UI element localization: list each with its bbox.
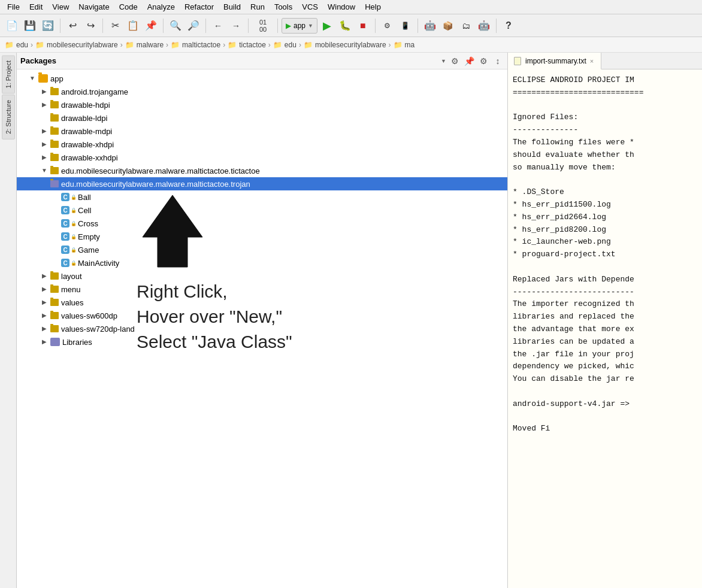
tree-settings-icon[interactable]: ⚙ — [449, 55, 461, 67]
menu-run[interactable]: Run — [246, 1, 270, 13]
android-button[interactable]: 🤖 — [422, 17, 438, 34]
bc-item-6[interactable]: edu — [285, 41, 296, 49]
breadcrumb: 📁 edu › 📁 mobilesecuritylabware › 📁 malw… — [0, 37, 702, 53]
lock-icon-cross: 🔒 — [71, 221, 77, 226]
android3-button[interactable]: 🗂 — [458, 17, 474, 34]
tab-close-import[interactable]: × — [589, 57, 595, 65]
tree-item-values-sw720[interactable]: values-sw720dp-land — [17, 322, 507, 335]
tree-item-cell[interactable]: C 🔒 Cell — [17, 204, 507, 217]
editor-content[interactable]: ECLIPSE ANDROID PROJECT IM =============… — [508, 69, 702, 588]
menu-refactor[interactable]: Refactor — [180, 1, 219, 13]
run-button[interactable]: ▶ — [319, 17, 335, 34]
bc-item-1[interactable]: edu — [16, 41, 28, 49]
tree-item-menu[interactable]: menu — [17, 283, 507, 296]
tree-label-mdpi: drawable-mdpi — [61, 127, 112, 136]
folder-icon-trojan — [50, 180, 59, 187]
menu-bar: File Edit View Navigate Code Analyze Ref… — [0, 0, 702, 14]
stop-button[interactable]: ■ — [355, 17, 371, 34]
bc-item-3[interactable]: malware — [137, 41, 164, 49]
search-button[interactable]: 🔍 — [167, 17, 184, 34]
packages-dropdown-arrow[interactable]: ▼ — [441, 58, 446, 64]
back-button[interactable]: ← — [210, 17, 226, 34]
tree-label-libraries: Libraries — [62, 338, 92, 347]
tree-item-trojangame[interactable]: android.trojangame — [17, 85, 507, 98]
redo-button[interactable]: ↪ — [82, 17, 99, 34]
tree-item-mainactivity[interactable]: C 🔒 MainActivity — [17, 256, 507, 269]
tree-item-values[interactable]: values — [17, 296, 507, 309]
menu-vcs[interactable]: VCS — [297, 1, 323, 13]
help-button[interactable]: ? — [500, 17, 517, 34]
tree-item-tictactoe-pkg[interactable]: edu.mobilesecuritylabware.malware.maltic… — [17, 164, 507, 177]
save-button[interactable]: 💾 — [22, 17, 38, 34]
tree-gear-icon[interactable]: ⚙ — [477, 55, 489, 67]
tab-label-import: import-summary.txt — [525, 57, 586, 65]
class-badge-empty: C — [61, 232, 69, 241]
menu-tools[interactable]: Tools — [270, 1, 297, 13]
cut-button[interactable]: ✂ — [107, 17, 123, 34]
avd-button[interactable]: 📱 — [397, 17, 414, 34]
tree-item-game[interactable]: C 🔒 Game — [17, 243, 507, 256]
menu-view[interactable]: View — [47, 1, 74, 13]
folder-icon-xhdpi — [50, 141, 59, 148]
copy-button[interactable]: 📋 — [125, 17, 141, 34]
bc-item-7[interactable]: mobilesecuritylabware — [315, 41, 386, 49]
menu-code[interactable]: Code — [114, 1, 143, 13]
tab-project[interactable]: 1: Project — [2, 55, 15, 93]
paste-button[interactable]: 📌 — [143, 17, 159, 34]
tree-collapse-icon[interactable]: ↕ — [492, 55, 504, 67]
tree-item-hdpi[interactable]: drawable-hdpi — [17, 98, 507, 111]
tree-item-ball[interactable]: C 🔒 Ball — [17, 190, 507, 204]
folder-icon-menu — [50, 286, 59, 293]
bc-folder-icon-1: 📁 — [5, 41, 14, 49]
new-file-button[interactable]: 📄 — [4, 17, 20, 34]
tree-item-mdpi[interactable]: drawable-mdpi — [17, 125, 507, 138]
tree-label-hdpi: drawable-hdpi — [61, 101, 110, 110]
bc-folder-icon-8: 📁 — [394, 41, 403, 49]
menu-help[interactable]: Help — [360, 1, 386, 13]
tree-item-xxhdpi[interactable]: drawable-xxhdpi — [17, 151, 507, 164]
bc-item-8[interactable]: ma — [405, 41, 415, 49]
tree-item-libraries[interactable]: Libraries — [17, 335, 507, 348]
sync-button[interactable]: 🔄 — [40, 17, 56, 34]
menu-build[interactable]: Build — [219, 1, 246, 13]
menu-edit[interactable]: Edit — [25, 1, 47, 13]
menu-analyze[interactable]: Analyze — [143, 1, 180, 13]
bc-item-5[interactable]: tictactoe — [239, 41, 266, 49]
bc-folder-icon-6: 📁 — [273, 41, 282, 49]
app-dropdown[interactable]: ▶ app ▼ — [282, 18, 317, 34]
menu-navigate[interactable]: Navigate — [74, 1, 114, 13]
tree-label-ldpi: drawable-ldpi — [61, 114, 107, 123]
right-panel: import-summary.txt × ECLIPSE ANDROID PRO… — [508, 53, 702, 588]
tree-label-game: Game — [78, 245, 99, 254]
tree-item-cross[interactable]: C 🔒 Cross — [17, 217, 507, 230]
menu-file[interactable]: File — [2, 1, 25, 13]
class-badge-cell: C — [61, 206, 69, 214]
undo-button[interactable]: ↩ — [64, 17, 81, 34]
editor-tabs: import-summary.txt × — [508, 53, 702, 69]
tree-item-app[interactable]: app — [17, 72, 507, 85]
tree-item-values-sw600[interactable]: values-sw600dp — [17, 309, 507, 322]
tree-item-empty[interactable]: C 🔒 Empty — [17, 230, 507, 243]
build-indicator[interactable]: 0100 — [252, 17, 274, 34]
debug-button[interactable]: 🐛 — [337, 17, 353, 34]
tree-item-ldpi[interactable]: drawable-ldpi — [17, 111, 507, 125]
menu-window[interactable]: Window — [323, 1, 360, 13]
bc-item-2[interactable]: mobilesecuritylabware — [47, 41, 118, 49]
android2-button[interactable]: 📦 — [440, 17, 456, 34]
tree-label-trojangame: android.trojangame — [61, 87, 128, 96]
tab-structure[interactable]: 2: Structure — [2, 95, 15, 140]
tree-pin-icon[interactable]: 📌 — [463, 55, 475, 67]
folder-icon-values — [50, 299, 59, 306]
arrow-xxhdpi — [41, 154, 48, 161]
search2-button[interactable]: 🔎 — [185, 17, 202, 34]
android4-button[interactable]: 🤖 — [476, 17, 492, 34]
tab-import-summary[interactable]: import-summary.txt × — [508, 53, 601, 69]
lock-icon-mainactivity: 🔒 — [71, 260, 77, 266]
forward-button[interactable]: → — [228, 17, 244, 34]
tree-item-xhdpi[interactable]: drawable-xhdpi — [17, 138, 507, 151]
tree-item-layout[interactable]: layout — [17, 269, 507, 283]
sdk-manager-button[interactable]: ⚙ — [379, 17, 396, 34]
bc-item-4[interactable]: maltictactoe — [182, 41, 220, 49]
lock-icon-game: 🔒 — [71, 247, 77, 253]
tree-item-trojan-pkg[interactable]: edu.mobilesecuritylabware.malware.maltic… — [17, 177, 507, 190]
